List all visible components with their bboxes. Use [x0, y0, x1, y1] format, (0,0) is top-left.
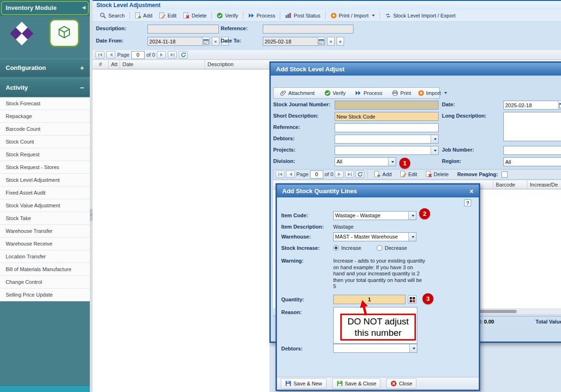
dialog1-first-page-button[interactable] — [276, 170, 285, 178]
sidebar-item-repackage[interactable]: Repackage — [0, 110, 90, 123]
sidebar-collapse-icon[interactable]: ◀ — [82, 5, 86, 10]
dialog1-date-input[interactable] — [503, 101, 559, 110]
reference-filter-input[interactable] — [263, 25, 354, 34]
sidebar-item-location-transfer[interactable]: Location Transfer — [0, 250, 90, 263]
add-button[interactable]: Add — [131, 11, 156, 20]
quantity-pad-button[interactable] — [408, 295, 416, 304]
dialog1-edit-line-button[interactable]: Edit — [397, 170, 421, 179]
help-button[interactable]: ? — [464, 199, 471, 206]
decrease-radio-label[interactable]: Decrease — [385, 245, 407, 251]
dialog1-debtors-dropdown[interactable] — [335, 135, 439, 144]
dropdown-button[interactable] — [409, 344, 417, 352]
date-to-input[interactable] — [263, 37, 318, 46]
sidebar-item-stock-value-adjustment[interactable]: Stock Value Adjustment — [0, 199, 90, 212]
increase-radio-label[interactable]: Increase — [341, 245, 361, 251]
sidebar-item-stock-level-adjustment[interactable]: Stock Level Adjustment — [0, 174, 90, 187]
save-and-close-button[interactable]: Save & Close — [332, 378, 381, 389]
short-description-input[interactable] — [335, 112, 439, 121]
expand-icon[interactable]: + — [80, 64, 84, 72]
dialog1-next-page-button[interactable] — [335, 170, 344, 178]
dialog1-verify-button[interactable]: Verify — [321, 89, 349, 97]
dialog1-title-bar[interactable]: Add Stock Level Adjust — [271, 63, 561, 76]
date-to-calendar-button[interactable] — [318, 37, 325, 46]
scrollbar-thumb[interactable] — [480, 310, 517, 313]
description-filter-input[interactable] — [147, 25, 219, 34]
search-button[interactable]: Search — [96, 11, 128, 20]
long-description-textarea[interactable] — [503, 112, 561, 141]
warehouse-dropdown[interactable]: MAST - Master Warehouse — [333, 232, 416, 241]
date-to-plus-button[interactable]: + — [337, 37, 344, 46]
dialog1-previous-page-button[interactable] — [286, 170, 295, 178]
sidebar-item-warehouse-transfer[interactable]: Warehouse Transfer — [0, 225, 90, 238]
column-header-increase-decrease[interactable]: Increase/De — [527, 180, 561, 189]
date-from-clear-button[interactable]: × — [212, 37, 219, 46]
first-page-button[interactable] — [95, 51, 104, 59]
sidebar-section-activity[interactable]: Activity − — [0, 78, 90, 96]
projects-dropdown[interactable] — [335, 146, 439, 155]
page-number-input[interactable] — [131, 51, 145, 59]
attachment-button[interactable]: Attachment — [276, 89, 318, 97]
sidebar-item-stock-forecast[interactable]: Stock Forecast — [0, 97, 90, 110]
sidebar-bottom-module-strip[interactable] — [0, 385, 90, 392]
collapse-icon[interactable]: − — [80, 84, 84, 92]
sidebar-item-warehouse-receive[interactable]: Warehouse Receive — [0, 238, 90, 250]
remove-paging-checkbox[interactable] — [501, 171, 508, 178]
job-number-input[interactable] — [503, 146, 561, 155]
sidebar-item-selling-price-update[interactable]: Selling Price Update — [0, 289, 90, 301]
previous-page-button[interactable] — [106, 51, 115, 59]
dropdown-button[interactable] — [431, 146, 438, 154]
sidebar-item-stock-count[interactable]: Stock Count — [0, 136, 90, 148]
item-code-dropdown[interactable]: Wastage - Wastage — [333, 211, 416, 220]
dialog1-print-button[interactable]: Print — [388, 89, 414, 97]
sidebar-item-bill-of-materials-manufacture[interactable]: Bill of Materials Manufacture — [0, 263, 90, 276]
delete-button[interactable]: Delete — [180, 11, 210, 20]
sidebar-item-barcode-count[interactable]: Barcode Count — [0, 123, 90, 136]
date-from-input[interactable] — [147, 37, 203, 46]
sidebar-item-fixed-asset-audit[interactable]: Fixed Asset Audit — [0, 187, 90, 199]
sidebar-item-stock-take[interactable]: Stock Take — [0, 212, 90, 225]
dialog1-refresh-button[interactable] — [355, 170, 364, 178]
dialog1-date-calendar-button[interactable] — [558, 101, 561, 110]
sidebar-item-stock-request[interactable]: Stock Request — [0, 148, 90, 161]
post-status-button[interactable]: Post Status — [282, 11, 323, 20]
dialog1-add-line-button[interactable]: Add — [371, 170, 395, 179]
next-page-button[interactable] — [157, 51, 166, 59]
process-button[interactable]: Process — [245, 11, 279, 20]
dropdown-button[interactable] — [388, 158, 396, 166]
splitter-collapse-handle[interactable]: ‹ — [90, 209, 93, 221]
print-import-button[interactable]: Print / Import — [327, 11, 378, 20]
edit-button[interactable]: Edit — [155, 11, 180, 20]
dropdown-button[interactable] — [408, 212, 416, 220]
dropdown-button[interactable] — [431, 135, 438, 143]
dialog2-debtors-dropdown[interactable] — [333, 344, 417, 353]
column-header-att[interactable]: Att — [109, 60, 120, 69]
sidebar-splitter[interactable]: ‹ — [90, 0, 93, 392]
column-header-number[interactable]: # — [93, 60, 109, 69]
dialog1-import-button[interactable]: Import — [414, 89, 450, 97]
dialog2-title-bar[interactable]: Add Stock Quantity Lines × — [277, 185, 479, 197]
save-and-new-button[interactable]: Save & New — [281, 378, 327, 389]
verify-button[interactable]: Verify — [213, 11, 242, 20]
sidebar-item-stock-request-stores[interactable]: Stock Request - Stores — [0, 161, 90, 174]
dialog1-page-number-input[interactable] — [310, 170, 323, 179]
stock-level-import-export-button[interactable]: Stock Level Import / Export — [381, 11, 459, 20]
decrease-radio[interactable] — [377, 245, 382, 251]
dropdown-button[interactable] — [408, 233, 416, 241]
sidebar-item-change-control[interactable]: Change Control — [0, 276, 90, 289]
close-icon[interactable]: × — [467, 187, 475, 195]
refresh-button[interactable] — [179, 51, 188, 59]
sidebar-section-configuration[interactable]: Configuration + — [0, 59, 90, 77]
last-page-button[interactable] — [168, 51, 177, 59]
division-dropdown[interactable]: All — [335, 157, 396, 166]
dialog1-last-page-button[interactable] — [345, 170, 354, 178]
dialog1-process-button[interactable]: Process — [352, 89, 386, 97]
date-to-clear-button[interactable]: × — [327, 37, 335, 46]
region-input[interactable] — [503, 157, 561, 166]
dialog1-delete-line-button[interactable]: Delete — [422, 170, 452, 179]
column-header-date[interactable]: Date — [120, 60, 205, 69]
close-button[interactable]: Close — [386, 378, 416, 389]
increase-radio[interactable] — [333, 245, 339, 251]
date-from-calendar-button[interactable] — [202, 37, 210, 46]
sidebar-module-header[interactable]: Inventory Module ◀ — [0, 0, 90, 16]
dialog1-reference-input[interactable] — [335, 123, 439, 132]
